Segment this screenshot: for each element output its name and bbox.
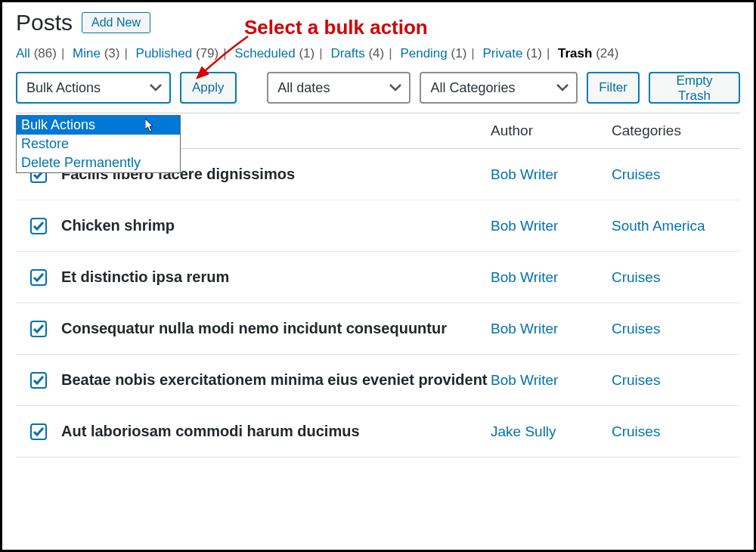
filter-scheduled[interactable]: Scheduled (1): [234, 46, 314, 60]
empty-trash-button[interactable]: Empty Trash: [649, 72, 740, 104]
post-author-link[interactable]: Bob Writer: [491, 269, 558, 285]
filter-button[interactable]: Filter: [587, 72, 640, 104]
apply-button[interactable]: Apply: [180, 72, 237, 104]
post-title[interactable]: Aut laboriosam commodi harum ducimus: [61, 423, 360, 439]
annotation-label: Select a bulk action: [244, 16, 428, 39]
post-author-link[interactable]: Bob Writer: [491, 166, 558, 182]
post-category-link[interactable]: South America: [612, 218, 705, 234]
page-title: Posts: [16, 10, 73, 36]
filter-published[interactable]: Published (79): [136, 46, 219, 60]
table-row: Chicken shrimpBob WriterSouth America: [16, 200, 740, 252]
dropdown-option-bulk-actions[interactable]: Bulk Actions: [17, 116, 180, 135]
date-filter-select[interactable]: All dates: [267, 72, 411, 104]
post-title[interactable]: Beatae nobis exercitationem minima eius …: [61, 371, 488, 388]
post-category-link[interactable]: Cruises: [612, 321, 660, 336]
table-row: Aut laboriosam commodi harum ducimusJake…: [16, 406, 740, 457]
filter-pending[interactable]: Pending (1): [400, 46, 466, 60]
post-title[interactable]: Et distinctio ipsa rerum: [61, 268, 229, 285]
status-filter-links: All (86)| Mine (3)| Published (79)| Sche…: [16, 46, 740, 61]
row-checkbox[interactable]: [30, 423, 47, 440]
row-checkbox[interactable]: [30, 321, 47, 337]
post-category-link[interactable]: Cruises: [612, 166, 660, 182]
add-new-button[interactable]: Add New: [82, 12, 150, 33]
post-author-link[interactable]: Jake Sully: [491, 423, 556, 439]
date-filter-value: All dates: [277, 80, 330, 96]
bulk-actions-value: Bulk Actions: [26, 80, 101, 96]
table-row: Consequatur nulla modi nemo incidunt con…: [16, 303, 740, 355]
chevron-down-icon: [556, 84, 569, 91]
chevron-down-icon: [150, 84, 162, 91]
chevron-down-icon: [389, 84, 401, 91]
cursor-icon: [145, 119, 156, 136]
post-category-link[interactable]: Cruises: [612, 269, 660, 285]
filter-drafts[interactable]: Drafts (4): [330, 46, 384, 60]
filter-mine[interactable]: Mine (3): [73, 46, 119, 60]
dropdown-option-delete-permanently[interactable]: Delete Permanently: [17, 154, 180, 172]
dropdown-option-restore[interactable]: Restore: [17, 135, 180, 154]
category-filter-value: All Categories: [430, 80, 515, 96]
bulk-actions-select[interactable]: Bulk Actions: [16, 72, 171, 104]
table-row: Beatae nobis exercitationem minima eius …: [16, 355, 740, 406]
post-title[interactable]: Consequatur nulla modi nemo incidunt con…: [61, 320, 447, 336]
row-checkbox[interactable]: [30, 269, 47, 286]
filter-trash[interactable]: Trash (24): [558, 46, 618, 60]
post-category-link[interactable]: Cruises: [612, 423, 660, 439]
row-checkbox[interactable]: [30, 372, 47, 389]
post-author-link[interactable]: Bob Writer: [491, 372, 558, 388]
post-category-link[interactable]: Cruises: [612, 372, 660, 388]
column-author[interactable]: Author: [491, 122, 612, 139]
table-row: Et distinctio ipsa rerumBob WriterCruise…: [16, 252, 740, 303]
posts-list: Facilis libero facere dignissimosBob Wri…: [16, 149, 740, 457]
filter-all[interactable]: All (86): [16, 46, 57, 60]
post-title[interactable]: Chicken shrimp: [61, 217, 175, 234]
bulk-actions-dropdown[interactable]: Bulk Actions Restore Delete Permanently: [16, 115, 181, 173]
row-checkbox[interactable]: [30, 218, 47, 234]
post-author-link[interactable]: Bob Writer: [491, 321, 558, 336]
post-author-link[interactable]: Bob Writer: [491, 218, 558, 234]
filter-private[interactable]: Private (1): [482, 46, 541, 60]
column-categories[interactable]: Categories: [612, 122, 740, 139]
category-filter-select[interactable]: All Categories: [420, 72, 578, 104]
